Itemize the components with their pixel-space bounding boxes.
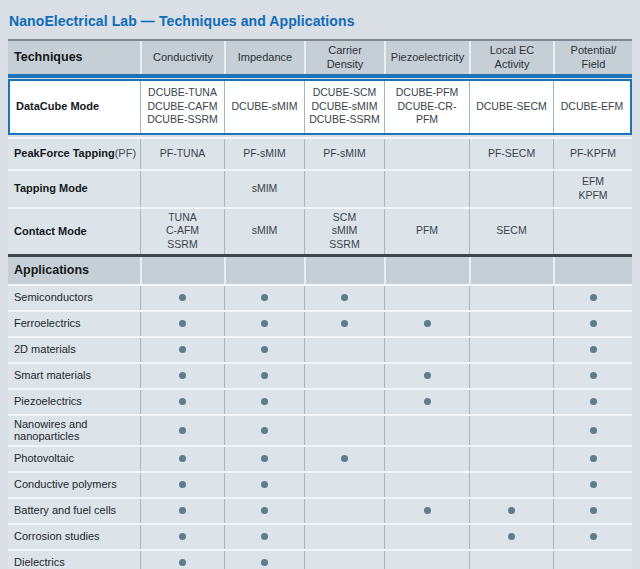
technique-row-label: DataCube Mode [10,81,140,133]
application-dot-cell [224,416,304,445]
capability-dot-icon [508,533,515,540]
technique-row: PeakForce Tapping (PF)PF-TUNAPF-sMIMPF-s… [8,137,632,169]
technique-row-label: PeakForce Tapping (PF) [8,139,140,169]
technique-cell: DCUBE-sMIM [224,81,304,133]
applications-header-cell [553,257,632,284]
application-dot-cell [140,447,224,471]
application-row: Semiconductors [8,284,632,310]
application-dot-cell [140,390,224,414]
application-dot-cell [304,499,384,523]
technique-cell: PFM [384,209,469,254]
application-dot-cell [553,390,632,414]
application-row: Piezoelectrics [8,388,632,414]
application-row: Corrosion studies [8,523,632,549]
techniques-section-header: Techniques [8,41,140,74]
application-dot-cell [140,473,224,497]
application-dot-cell [224,551,304,569]
application-dot-cell [553,338,632,362]
applications-header-cell [140,257,224,284]
capability-dot-icon [261,346,268,353]
capability-dot-icon [179,372,186,379]
application-dot-cell [224,312,304,336]
capability-dot-icon [261,294,268,301]
capability-dot-icon [424,372,431,379]
capability-dot-icon [261,427,268,434]
technique-cell: DCUBE-SECM [469,81,553,133]
application-dot-cell [469,447,553,471]
capability-dot-icon [261,559,268,566]
technique-cell [469,171,553,207]
application-dot-cell [553,551,632,569]
application-dot-cell [140,312,224,336]
technique-cell: DCUBE-EFM [553,81,630,133]
technique-cell: EFM KPFM [553,171,632,207]
application-row: Dielectrics [8,549,632,569]
column-header: Local EC Activity [469,41,553,74]
application-dot-cell [224,473,304,497]
capability-dot-icon [341,294,348,301]
page-title: NanoElectrical Lab — Techniques and Appl… [8,0,632,39]
application-dot-cell [553,525,632,549]
capability-dot-icon [590,398,597,405]
application-row-label: Piezoelectrics [8,390,140,414]
application-row-label: Semiconductors [8,286,140,310]
application-dot-cell [224,499,304,523]
application-dot-cell [384,525,469,549]
application-dot-cell [553,364,632,388]
application-dot-cell [224,525,304,549]
technique-row: DataCube ModeDCUBE-TUNA DCUBE-CAFM DCUBE… [8,79,632,135]
application-dot-cell [304,447,384,471]
application-dot-cell [140,525,224,549]
application-dot-cell [384,551,469,569]
application-row: Nanowires and nanoparticles [8,414,632,445]
application-dot-cell [553,447,632,471]
column-header: Piezoelectricity [384,41,469,74]
capability-dot-icon [179,507,186,514]
application-dot-cell [304,390,384,414]
application-dot-cell [304,312,384,336]
application-dot-cell [140,551,224,569]
application-dot-cell [384,499,469,523]
application-dot-cell [304,473,384,497]
application-row: Battery and fuel cells [8,497,632,523]
technique-cell: sMIM [224,209,304,254]
technique-row-label-suffix: (PF) [115,146,136,160]
column-header: Impedance [224,41,304,74]
application-row-label: Smart materials [8,364,140,388]
application-row: Smart materials [8,362,632,388]
application-dot-cell [140,364,224,388]
application-dot-cell [384,312,469,336]
application-dot-cell [469,416,553,445]
capability-dot-icon [424,320,431,327]
capability-dot-icon [179,533,186,540]
application-row-label: Photovoltaic [8,447,140,471]
application-dot-cell [304,551,384,569]
application-dot-cell [469,338,553,362]
technique-cell: PF-SECM [469,139,553,169]
application-row-label: Nanowires and nanoparticles [8,416,140,445]
application-dot-cell [384,390,469,414]
technique-cell: TUNA C-AFM SSRM [140,209,224,254]
application-row: Conductive polymers [8,471,632,497]
application-dot-cell [384,286,469,310]
application-dot-cell [224,364,304,388]
capability-dot-icon [590,533,597,540]
capability-dot-icon [261,481,268,488]
techniques-section: PeakForce Tapping (PF)PF-TUNAPF-sMIMPF-s… [8,137,632,254]
technique-cell: SECM [469,209,553,254]
column-header: Conductivity [140,41,224,74]
capability-dot-icon [179,455,186,462]
capability-dot-icon [508,507,515,514]
capability-dot-icon [261,533,268,540]
technique-cell [553,209,632,254]
capability-dot-icon [179,320,186,327]
application-dot-cell [224,338,304,362]
application-dot-cell [469,364,553,388]
application-dot-cell [553,473,632,497]
capability-dot-icon [261,372,268,379]
application-dot-cell [384,416,469,445]
capability-dot-icon [590,372,597,379]
capability-dot-icon [179,427,186,434]
application-dot-cell [304,364,384,388]
technique-cell: PF-sMIM [304,139,384,169]
